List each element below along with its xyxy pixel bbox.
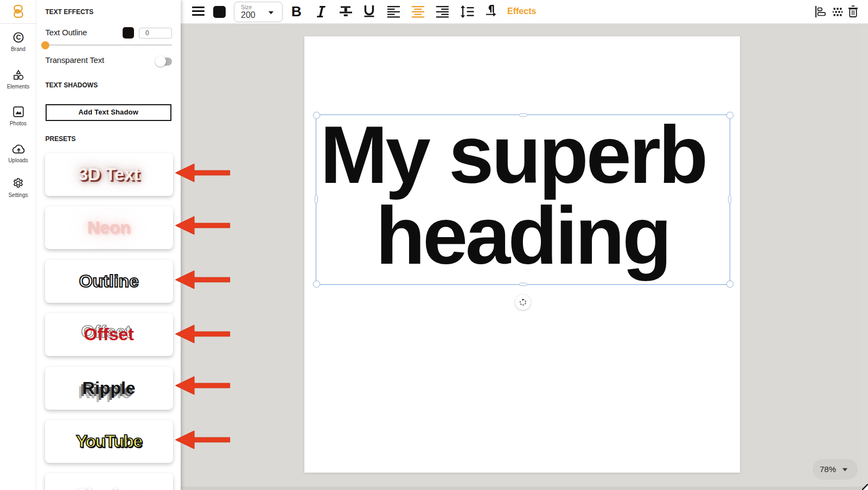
svg-text:C: C	[16, 34, 21, 41]
